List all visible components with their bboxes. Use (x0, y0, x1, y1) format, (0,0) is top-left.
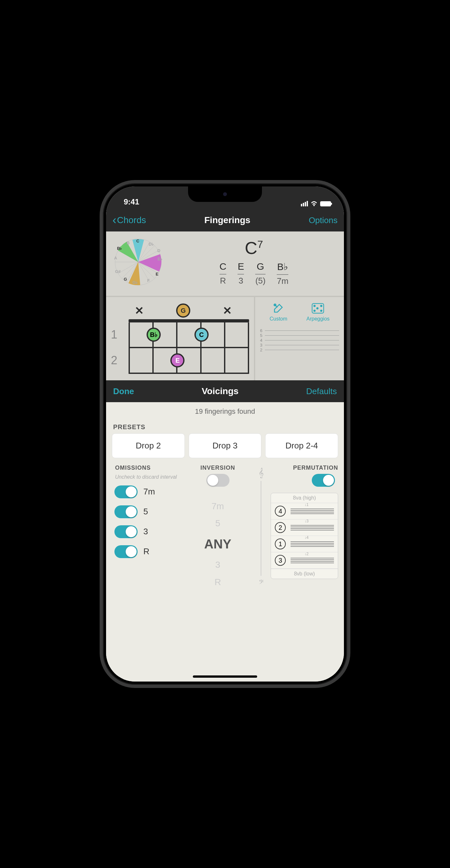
presets-label: PRESETS (106, 421, 344, 433)
status-indicators (301, 201, 331, 207)
wifi-icon (311, 201, 318, 207)
wheel-note-e: E (156, 272, 158, 277)
options-button[interactable]: Options (309, 215, 338, 225)
inversion-selected: ANY (184, 532, 252, 556)
wheel-note-a: A (114, 255, 117, 260)
notch (188, 186, 262, 202)
navigation-bar: ‹ Chords Fingerings Options (106, 209, 344, 231)
controls-row: OMISSIONS Uncheck to discard interval 7m… (106, 465, 344, 597)
inversion-picker[interactable]: 7m 5 ANY 3 R (184, 498, 252, 591)
chord-note: E (237, 261, 244, 275)
defaults-button[interactable]: Defaults (306, 386, 337, 396)
permutation-low-label: 8vb (low) (271, 569, 338, 579)
phone-screen: 9:41 ‹ Chords Fingerings Options (106, 186, 344, 682)
omission-label: 7m (143, 487, 155, 497)
omission-toggle-7m[interactable] (115, 486, 137, 498)
content-scroll[interactable]: 19 fingerings found PRESETS Drop 2 Drop … (106, 402, 344, 682)
chord-note: C (220, 261, 227, 275)
drag-handle-icon (291, 524, 334, 531)
back-button[interactable]: ‹ Chords (112, 214, 146, 227)
omission-label: 3 (143, 527, 148, 536)
chord-interval: R (220, 275, 227, 286)
preset-drop24-button[interactable]: Drop 2-4 (265, 433, 338, 458)
inversion-label: INVERSION (184, 465, 252, 471)
perm-number: 1 (275, 538, 286, 550)
arpeggios-label: Arpeggios (306, 316, 329, 321)
custom-button[interactable]: Custom (270, 302, 287, 322)
permutation-row[interactable]: ↓1 4 (271, 503, 338, 520)
svg-point-18 (314, 310, 316, 311)
fretboard-section: ✕ G ✕ 1 B♭ C (106, 296, 344, 380)
done-button[interactable]: Done (113, 386, 134, 396)
omission-item-7m: 7m (112, 486, 179, 498)
cellular-icon (301, 201, 308, 207)
drag-handle-icon (291, 507, 334, 515)
tools-icon (270, 302, 287, 315)
mute-icon: ✕ (223, 304, 232, 317)
arpeggios-button[interactable]: Arpeggios (306, 302, 329, 322)
omission-toggle-r[interactable] (115, 545, 137, 558)
omission-toggle-5[interactable] (115, 505, 137, 518)
inversion-option: 5 (184, 515, 252, 532)
omissions-hint: Uncheck to discard interval (112, 474, 179, 480)
svg-point-19 (321, 310, 322, 311)
wheel-note-db: D♭ (149, 242, 154, 247)
permutation-toggle[interactable] (312, 474, 335, 487)
perm-number: 2 (275, 522, 286, 533)
back-label: Chords (117, 215, 146, 225)
permutation-row[interactable]: ↓4 1 (271, 536, 338, 552)
omissions-label: OMISSIONS (112, 465, 179, 471)
permutation-row[interactable]: ↓2 3 (271, 552, 338, 569)
arpeggios-icon (306, 302, 329, 315)
fingerings-count: 19 fingerings found (106, 402, 344, 421)
svg-point-17 (321, 305, 322, 307)
wheel-note-eb: E♭ (158, 256, 162, 261)
open-note-g: G (176, 304, 190, 318)
perm-arrow: ↓1 (304, 502, 309, 507)
preset-drop3-button[interactable]: Drop 3 (189, 433, 262, 458)
fret-number: 1 (111, 328, 117, 341)
phone-frame: 9:41 ‹ Chords Fingerings Options (100, 180, 350, 688)
chord-name: C7 (172, 238, 336, 258)
preset-drop2-button[interactable]: Drop 2 (112, 433, 185, 458)
chord-header: C D♭ D E♭ E F G♭ G G# A B♭ B C7 (106, 231, 344, 296)
permutation-high-label: 8va (high) (271, 493, 338, 503)
wheel-note-gb: G♭ (132, 280, 137, 285)
permutation-box[interactable]: 8va (high) ↓1 4 ↓3 2 (271, 493, 338, 579)
voicings-bar: Done Voicings Defaults (106, 380, 344, 402)
inversion-option: 7m (184, 498, 252, 515)
home-indicator[interactable] (193, 676, 257, 678)
mini-chart[interactable]: 6 5 4 3 2 (260, 328, 339, 352)
finger-dot-bb: B♭ (147, 328, 161, 342)
inversion-option: 3 (184, 556, 252, 573)
side-panel: Custom Arpeggios 6 5 4 3 (254, 297, 344, 380)
battery-icon (320, 201, 331, 207)
wheel-note-c: C (136, 239, 139, 243)
voicings-title: Voicings (201, 386, 238, 396)
chevron-left-icon: ‹ (112, 214, 116, 227)
chord-table: CR E3 G(5) B♭7m (172, 261, 336, 286)
chord-interval: 7m (277, 275, 288, 286)
svg-point-16 (317, 308, 319, 309)
presets-row: Drop 2 Drop 3 Drop 2-4 (106, 433, 344, 465)
omission-toggle-3[interactable] (115, 525, 137, 538)
fretboard[interactable]: ✕ G ✕ 1 B♭ C (106, 297, 254, 380)
omission-label: R (143, 547, 150, 557)
omission-label: 5 (143, 507, 148, 517)
svg-point-15 (314, 305, 316, 307)
perm-arrow: ↓4 (304, 535, 309, 540)
permutation-row[interactable]: ↓3 2 (271, 520, 338, 536)
bass-clef-icon: 𝄢 (259, 578, 264, 587)
drag-handle-icon (291, 540, 334, 548)
page-title: Fingerings (204, 215, 250, 225)
inversion-option: R (184, 574, 252, 591)
circle-of-fifths[interactable]: C D♭ D E♭ E F G♭ G G# A B♭ B (114, 238, 162, 286)
inversion-toggle[interactable] (206, 474, 229, 487)
wheel-note-f: F (147, 278, 150, 283)
status-time: 9:41 (124, 197, 139, 207)
omissions-column: OMISSIONS Uncheck to discard interval 7m… (112, 465, 179, 591)
wheel-note-g: G (124, 277, 127, 282)
treble-clef-icon: 𝄞 (258, 468, 264, 478)
perm-number: 3 (275, 555, 286, 566)
chord-info: C7 CR E3 G(5) B♭7m (172, 238, 336, 286)
